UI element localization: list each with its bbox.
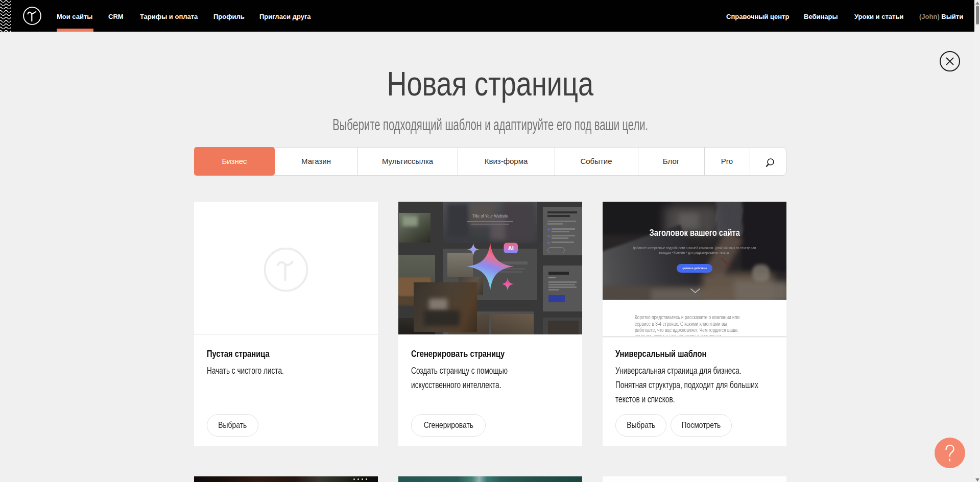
svg-text:AI: AI <box>508 245 514 251</box>
